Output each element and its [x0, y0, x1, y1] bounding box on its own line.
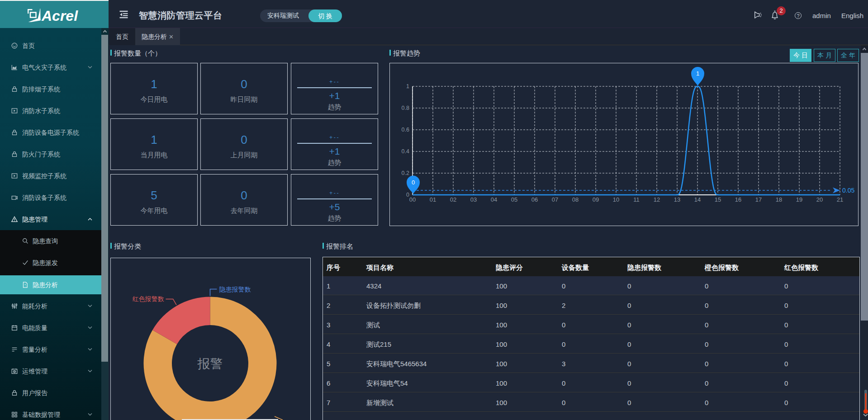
svg-text:报警: 报警 — [197, 357, 223, 371]
svg-text:09: 09 — [593, 196, 599, 203]
svg-text:Acrel: Acrel — [41, 8, 78, 23]
svg-text:17: 17 — [755, 196, 762, 203]
svg-text:15: 15 — [715, 196, 721, 203]
svg-text:0: 0 — [412, 179, 415, 186]
svg-text:07: 07 — [552, 196, 558, 203]
svg-text:14: 14 — [694, 196, 701, 203]
svg-text:03: 03 — [470, 196, 477, 203]
svg-text:1: 1 — [696, 70, 699, 77]
svg-text:02: 02 — [450, 196, 456, 203]
svg-text:20: 20 — [816, 196, 823, 203]
svg-text:0.6: 0.6 — [402, 127, 409, 133]
svg-text:21: 21 — [837, 196, 843, 203]
svg-text:0.4: 0.4 — [402, 148, 409, 155]
svg-text:0.2: 0.2 — [402, 170, 409, 176]
svg-text:16: 16 — [735, 196, 741, 203]
svg-text:12: 12 — [654, 196, 660, 203]
svg-text:11: 11 — [633, 196, 640, 203]
svg-text:08: 08 — [572, 196, 579, 203]
svg-text:05: 05 — [511, 196, 517, 203]
svg-text:0.8: 0.8 — [402, 105, 409, 111]
svg-text:01: 01 — [430, 196, 436, 203]
svg-text:19: 19 — [796, 196, 802, 203]
svg-text:0.05: 0.05 — [842, 187, 854, 194]
svg-text:13: 13 — [674, 196, 680, 203]
svg-text:06: 06 — [531, 196, 538, 203]
svg-text:红色报警数: 红色报警数 — [133, 295, 164, 302]
svg-text:隐患报警数: 隐患报警数 — [219, 286, 251, 293]
svg-text:00: 00 — [409, 196, 416, 203]
svg-text:1: 1 — [406, 83, 409, 90]
svg-text:18: 18 — [776, 196, 782, 203]
svg-text:04: 04 — [491, 196, 497, 203]
svg-text:10: 10 — [613, 196, 619, 203]
